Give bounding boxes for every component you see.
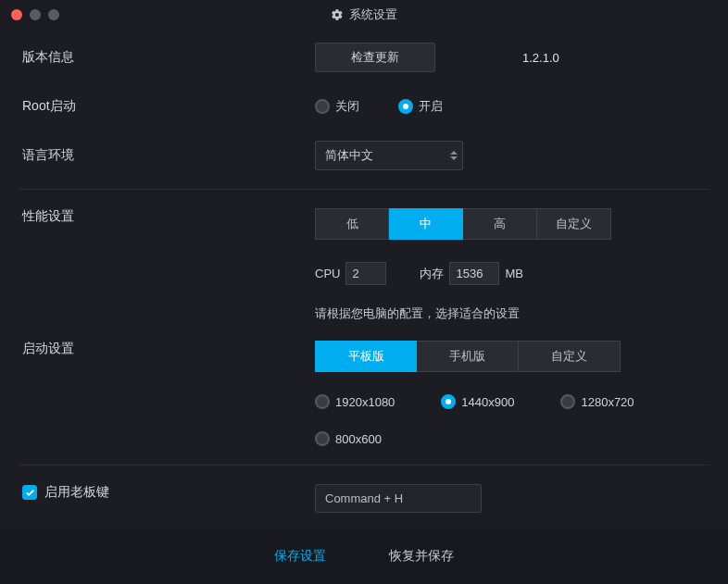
row-startup: 启动设置 平板版 手机版 自定义 1920x1080 1440x900 1280… bbox=[19, 335, 709, 459]
minimize-icon[interactable] bbox=[30, 9, 41, 20]
startup-segmented: 平板版 手机版 自定义 bbox=[315, 341, 621, 372]
mem-unit: MB bbox=[505, 267, 523, 280]
root-off-radio[interactable]: 关闭 bbox=[315, 98, 359, 115]
label-bosskey: 启用老板键 bbox=[44, 484, 109, 501]
perf-segmented: 低 中 高 自定义 bbox=[315, 208, 611, 240]
root-on-radio[interactable]: 开启 bbox=[398, 98, 443, 115]
startup-custom-button[interactable]: 自定义 bbox=[519, 341, 621, 372]
resolution-group: 1920x1080 1440x900 1280x720 800x600 bbox=[315, 394, 648, 446]
mem-label: 内存 bbox=[420, 266, 444, 282]
titlebar: 系统设置 bbox=[0, 0, 728, 30]
cpu-input[interactable] bbox=[345, 262, 386, 285]
row-language: 语言环境 简体中文 bbox=[19, 128, 709, 183]
cpu-label: CPU bbox=[315, 267, 340, 280]
res-1920x1080-radio[interactable]: 1920x1080 bbox=[315, 394, 395, 409]
perf-mid-button[interactable]: 中 bbox=[389, 208, 463, 240]
row-performance: 性能设置 低 中 高 自定义 CPU 内存 MB 请根据您电脑的配置，选择适合的… bbox=[19, 195, 709, 335]
restore-button[interactable]: 恢复并保存 bbox=[370, 539, 472, 574]
label-performance: 性能设置 bbox=[19, 208, 315, 225]
close-icon[interactable] bbox=[11, 9, 22, 20]
row-version: 版本信息 检查更新 1.2.1.0 bbox=[19, 30, 709, 85]
language-selected: 简体中文 bbox=[315, 141, 463, 170]
window-controls bbox=[0, 9, 59, 20]
perf-hint: 请根据您电脑的配置，选择适合的设置 bbox=[315, 305, 709, 322]
root-off-label: 关闭 bbox=[335, 98, 359, 115]
bosskey-hotkey-input[interactable] bbox=[315, 484, 482, 513]
label-language: 语言环境 bbox=[19, 147, 315, 164]
gear-icon bbox=[331, 8, 344, 21]
label-root: Root启动 bbox=[19, 98, 315, 115]
language-select[interactable]: 简体中文 bbox=[315, 141, 463, 170]
divider bbox=[19, 189, 709, 190]
footer: 保存设置 恢复并保存 bbox=[0, 528, 728, 584]
perf-low-button[interactable]: 低 bbox=[315, 208, 389, 240]
save-button[interactable]: 保存设置 bbox=[256, 539, 345, 574]
label-version: 版本信息 bbox=[19, 49, 315, 66]
check-update-button[interactable]: 检查更新 bbox=[315, 43, 435, 72]
row-root: Root启动 关闭 开启 bbox=[19, 85, 709, 128]
label-startup: 启动设置 bbox=[19, 341, 315, 357]
zoom-icon[interactable] bbox=[48, 9, 59, 20]
version-value: 1.2.1.0 bbox=[522, 51, 559, 65]
mem-input[interactable] bbox=[449, 262, 499, 285]
startup-phone-button[interactable]: 手机版 bbox=[417, 341, 519, 372]
bosskey-checkbox[interactable] bbox=[22, 485, 37, 500]
res-1280x720-radio[interactable]: 1280x720 bbox=[560, 394, 634, 409]
root-on-label: 开启 bbox=[419, 98, 443, 115]
res-800x600-radio[interactable]: 800x600 bbox=[315, 431, 382, 446]
divider bbox=[19, 465, 709, 466]
perf-custom-button[interactable]: 自定义 bbox=[537, 208, 611, 240]
title-text: 系统设置 bbox=[349, 6, 397, 23]
startup-tablet-button[interactable]: 平板版 bbox=[315, 341, 417, 372]
perf-high-button[interactable]: 高 bbox=[463, 208, 537, 240]
res-1440x900-radio[interactable]: 1440x900 bbox=[441, 394, 514, 409]
window-title: 系统设置 bbox=[331, 6, 397, 23]
select-stepper-icon bbox=[450, 151, 458, 160]
